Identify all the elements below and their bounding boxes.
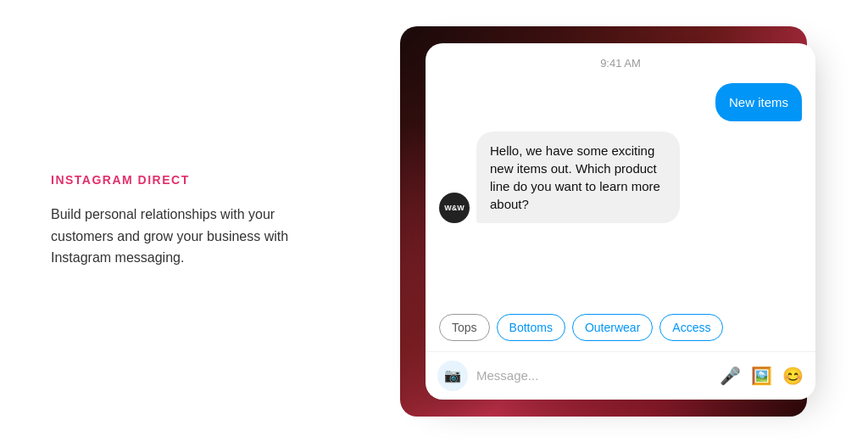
emoji-icon[interactable]: 😊 [782, 366, 804, 386]
chat-input-bar: 📷 Message... 🎤 🖼️ 😊 [426, 351, 815, 400]
left-panel: Instagram Direct Build personal relation… [51, 173, 322, 269]
camera-icon: 📷 [444, 367, 461, 383]
quick-reply-bottoms[interactable]: Bottoms [497, 314, 565, 341]
page-container: Instagram Direct Build personal relation… [0, 0, 868, 442]
quick-reply-outerwear[interactable]: Outerwear [572, 314, 653, 341]
quick-reply-tops[interactable]: Tops [439, 314, 490, 341]
bubble-outgoing: New items [715, 83, 802, 121]
description-text: Build personal relationships with your c… [51, 204, 322, 269]
chat-header: 9:41 AM [426, 43, 815, 76]
camera-button[interactable]: 📷 [437, 361, 468, 391]
input-icons: 🎤 🖼️ 😊 [720, 366, 804, 386]
avatar: W&W [439, 193, 470, 223]
chat-messages: New items W&W Hello, we have some exciti… [426, 76, 815, 314]
message-row-outgoing: New items [439, 83, 802, 121]
chat-window: 9:41 AM New items W&W Hello, we have som… [426, 43, 815, 400]
right-panel: 9:41 AM New items W&W Hello, we have som… [390, 26, 817, 417]
bubble-incoming: Hello, we have some exciting new items o… [476, 131, 680, 223]
chat-time: 9:41 AM [600, 57, 641, 70]
quick-reply-access[interactable]: Access [659, 314, 723, 341]
message-row-incoming: W&W Hello, we have some exciting new ite… [439, 131, 802, 223]
message-input-placeholder[interactable]: Message... [476, 368, 711, 383]
microphone-icon[interactable]: 🎤 [720, 366, 741, 386]
section-label: Instagram Direct [51, 173, 322, 187]
quick-replies: Tops Bottoms Outerwear Access [426, 314, 815, 351]
image-icon[interactable]: 🖼️ [751, 366, 772, 386]
phone-mockup: 9:41 AM New items W&W Hello, we have som… [400, 26, 807, 417]
